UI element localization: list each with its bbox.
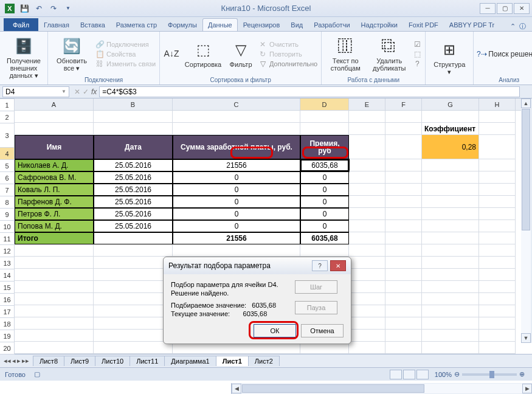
- cell[interactable]: 0: [173, 208, 300, 220]
- cell[interactable]: [385, 342, 422, 354]
- cell[interactable]: [94, 257, 173, 269]
- cell[interactable]: [385, 184, 422, 196]
- cell[interactable]: [422, 171, 479, 184]
- cell[interactable]: [385, 281, 422, 293]
- page-break-view-button[interactable]: [416, 370, 429, 379]
- column-header-F[interactable]: F: [385, 98, 422, 110]
- cell[interactable]: [349, 244, 385, 257]
- cell[interactable]: [385, 317, 422, 330]
- sheet-tab[interactable]: Лист1: [216, 356, 249, 366]
- row-header-14[interactable]: 14: [0, 269, 15, 282]
- tab-home[interactable]: Главная: [38, 18, 75, 31]
- cell[interactable]: [15, 317, 94, 330]
- filter-button[interactable]: ▽Фильтр: [227, 40, 255, 68]
- cell[interactable]: [94, 281, 173, 293]
- pause-button[interactable]: Пауза: [295, 301, 337, 314]
- cell[interactable]: [349, 257, 385, 269]
- cancel-button[interactable]: Отмена: [301, 324, 344, 337]
- cell[interactable]: [385, 257, 422, 269]
- cell[interactable]: 25.05.2016: [94, 208, 173, 220]
- refresh-all-button[interactable]: 🔄 Обновить все ▾: [52, 36, 92, 72]
- cell[interactable]: [349, 184, 385, 196]
- tab-review[interactable]: Рецензиров: [238, 18, 286, 31]
- cell[interactable]: 0: [173, 171, 300, 184]
- scroll-down-icon[interactable]: ▼: [521, 333, 531, 343]
- cell[interactable]: [349, 317, 385, 330]
- cell[interactable]: [15, 257, 94, 269]
- cell[interactable]: [479, 232, 516, 244]
- row-header-18[interactable]: 18: [0, 318, 15, 330]
- help-icon[interactable]: ⓘ: [519, 22, 526, 31]
- cell[interactable]: [94, 305, 173, 317]
- cell[interactable]: [422, 208, 479, 220]
- cell[interactable]: [349, 281, 385, 293]
- cell[interactable]: 25.05.2016: [94, 196, 173, 208]
- cell[interactable]: [94, 232, 173, 244]
- cell[interactable]: 0: [300, 196, 349, 208]
- cell[interactable]: [385, 135, 422, 159]
- sheet-nav-button[interactable]: ▸: [17, 357, 21, 365]
- cell[interactable]: [479, 281, 516, 293]
- outline-button[interactable]: ⊞Структура ▾: [429, 40, 469, 75]
- cell[interactable]: 0: [300, 220, 349, 232]
- row-header-1[interactable]: 1: [0, 99, 15, 111]
- cell[interactable]: [479, 208, 516, 220]
- cell[interactable]: 25.05.2016: [94, 159, 173, 171]
- scroll-up-icon[interactable]: ▲: [521, 98, 531, 108]
- scroll-left-icon[interactable]: ◀: [232, 384, 241, 393]
- cell[interactable]: Николаев А. Д.: [15, 159, 94, 171]
- tab-developer[interactable]: Разработчи: [308, 18, 355, 31]
- macro-record-icon[interactable]: ▢: [34, 370, 40, 378]
- sheet-tab[interactable]: Лист2: [248, 356, 280, 366]
- cell[interactable]: [479, 269, 516, 281]
- cell[interactable]: [385, 123, 422, 135]
- scroll-right-icon[interactable]: ▶: [522, 384, 532, 393]
- cell[interactable]: Имя: [15, 135, 94, 159]
- cell[interactable]: [385, 171, 422, 184]
- cell[interactable]: [385, 220, 422, 232]
- cell[interactable]: [349, 123, 385, 135]
- row-header-13[interactable]: 13: [0, 257, 15, 269]
- sheet-tab[interactable]: Лист11: [130, 356, 165, 366]
- cell[interactable]: [422, 111, 479, 123]
- cell[interactable]: [349, 220, 385, 232]
- sheet-tab[interactable]: Лист9: [64, 356, 95, 366]
- cell[interactable]: [422, 220, 479, 232]
- cell[interactable]: [15, 293, 94, 305]
- sheet-nav-button[interactable]: ◂: [12, 357, 16, 365]
- cell[interactable]: [479, 342, 516, 354]
- cell[interactable]: [479, 135, 516, 159]
- cell[interactable]: [15, 281, 94, 293]
- undo-icon[interactable]: ↶: [33, 2, 45, 15]
- cell[interactable]: [94, 317, 173, 330]
- cell[interactable]: [422, 232, 479, 244]
- cell[interactable]: [349, 111, 385, 123]
- tab-formulas[interactable]: Формулы: [162, 18, 202, 31]
- cell[interactable]: [422, 244, 479, 257]
- cell[interactable]: [349, 232, 385, 244]
- cell[interactable]: [15, 123, 94, 135]
- cell[interactable]: [349, 159, 385, 171]
- cell[interactable]: [349, 342, 385, 354]
- cell[interactable]: [479, 257, 516, 269]
- cell[interactable]: [94, 123, 173, 135]
- cell[interactable]: [94, 269, 173, 281]
- cell[interactable]: [349, 135, 385, 159]
- row-header-7[interactable]: 7: [0, 184, 15, 196]
- cell[interactable]: [15, 330, 94, 342]
- cell[interactable]: 25.05.2016: [94, 171, 173, 184]
- cell[interactable]: 6035,68: [300, 232, 349, 244]
- solver-button[interactable]: ?⇢Поиск решения: [477, 50, 532, 58]
- cell[interactable]: Коваль Л. П.: [15, 184, 94, 196]
- cell[interactable]: [422, 196, 479, 208]
- cell[interactable]: [385, 330, 422, 342]
- sort-button[interactable]: ⬚Сортировка: [183, 40, 223, 68]
- maximize-button[interactable]: ▢: [497, 3, 513, 14]
- cell[interactable]: [349, 196, 385, 208]
- cell[interactable]: [479, 220, 516, 232]
- ribbon-minimize-icon[interactable]: ⌃: [510, 22, 516, 30]
- row-header-19[interactable]: 19: [0, 330, 15, 342]
- cell[interactable]: 0: [300, 184, 349, 196]
- cell[interactable]: [385, 196, 422, 208]
- cell[interactable]: [94, 330, 173, 342]
